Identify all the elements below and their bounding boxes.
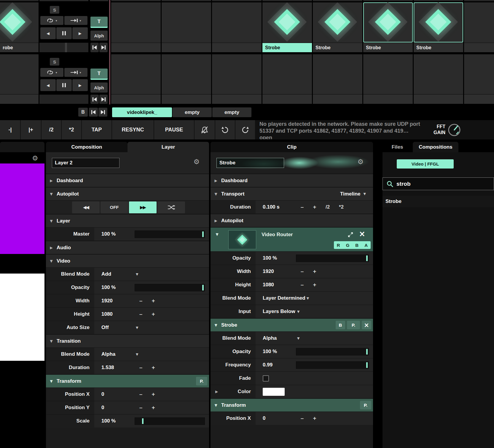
dropdown-arrow-icon[interactable]: ▼ (297, 336, 299, 340)
play-direction-button[interactable]: ▾ (64, 16, 87, 25)
transport-mode-select[interactable]: Timeline (340, 191, 361, 197)
layer-name-input[interactable] (52, 158, 119, 168)
solo-button[interactable]: S (50, 6, 59, 14)
undo-button[interactable] (215, 120, 235, 139)
decrement-button[interactable]: – (135, 404, 147, 411)
input-value[interactable]: Layers Below (263, 309, 296, 314)
close-icon[interactable]: × (359, 229, 365, 238)
preview-panel-tab[interactable] (0, 142, 44, 152)
clip-label[interactable]: Strobe (414, 42, 463, 52)
transition-button[interactable]: T (90, 17, 108, 28)
width-value[interactable]: 1920 (263, 269, 296, 274)
clip-cell-empty[interactable] (212, 54, 262, 104)
transition-duration-value[interactable]: 1.538 (101, 365, 135, 371)
dropdown-arrow-icon[interactable]: ▼ (297, 310, 299, 314)
clip-label-selected[interactable]: Strobe (262, 42, 312, 52)
pause-button[interactable] (56, 27, 72, 39)
position-x-value[interactable]: 0 (101, 391, 135, 397)
color-swatch[interactable] (263, 388, 285, 396)
skip-to-start-button[interactable] (90, 95, 99, 104)
skip-to-start-button[interactable] (89, 108, 98, 117)
skip-to-start-button[interactable] (90, 43, 99, 52)
clip-thumbnail[interactable] (313, 2, 362, 42)
tab-files[interactable]: Files (383, 142, 412, 152)
clip-cell-empty[interactable] (0, 54, 39, 104)
dropdown-arrow-icon[interactable]: ▼ (307, 296, 309, 300)
opacity-slider[interactable] (135, 284, 205, 291)
blend-mode-value[interactable]: Layer Determined (263, 295, 305, 301)
clip-cell-empty[interactable] (464, 54, 494, 104)
clip-thumbnail[interactable] (262, 2, 312, 42)
transform-params-button[interactable]: P. (360, 401, 371, 409)
clip-thumbnail-highlighted[interactable] (363, 2, 413, 42)
loop-mode-button[interactable]: ▾ (40, 68, 63, 77)
position-x-value[interactable]: 0 (263, 415, 296, 421)
clip-cell-empty[interactable] (464, 2, 494, 52)
section-autopilot[interactable]: ▶ Autopilot (211, 214, 373, 227)
autopilot-previous-button[interactable]: ◀◀ (72, 201, 100, 213)
skip-to-end-button[interactable] (99, 43, 108, 52)
section-transform[interactable]: ▼ Transform P. (211, 398, 373, 412)
increment-button[interactable]: + (147, 391, 160, 398)
increment-button[interactable]: + (147, 364, 160, 371)
channel-r-button[interactable]: R (334, 243, 343, 248)
section-dashboard[interactable]: ▶ Dashboard (46, 174, 209, 187)
strobe-opacity-value[interactable]: 100 % (263, 349, 296, 355)
section-video[interactable]: ▼ Video (46, 254, 209, 267)
skip-to-end-button[interactable] (98, 108, 107, 117)
frequency-slider[interactable] (296, 361, 369, 369)
increment-button[interactable]: + (308, 268, 321, 275)
clip-cell-strobe[interactable]: Strobe (313, 2, 362, 52)
increment-button[interactable]: + (147, 404, 160, 411)
search-result-item[interactable]: Strobe (383, 196, 494, 207)
alpha-blend-button[interactable]: Alph (90, 82, 108, 93)
master-value[interactable]: 100 % (101, 231, 135, 237)
clip-cell-empty[interactable] (414, 54, 463, 104)
clip-cell-empty[interactable] (363, 54, 413, 104)
gear-icon[interactable]: ⚙ (32, 155, 38, 162)
clip-label[interactable]: Strobe (313, 42, 362, 52)
tab-compositions[interactable]: Compositions (413, 142, 458, 152)
master-slider[interactable] (135, 231, 205, 238)
section-transition[interactable]: ▼ Transition (46, 334, 209, 347)
dropdown-arrow-icon[interactable]: ▼ (364, 192, 366, 196)
gear-icon[interactable]: ⚙ (193, 158, 200, 165)
duration-double-button[interactable]: *2 (334, 204, 348, 210)
decrement-button[interactable]: – (296, 415, 308, 422)
loop-mode-button[interactable]: ▾ (40, 16, 63, 25)
pause-all-button[interactable]: PAUSE (154, 120, 194, 139)
autopilot-off-button[interactable]: OFF (101, 201, 128, 213)
transition-blend-value[interactable]: Alpha (101, 351, 135, 357)
bpm-half-button[interactable]: /2 (42, 120, 61, 139)
skip-to-end-button[interactable] (99, 95, 108, 104)
solo-button[interactable]: S (50, 58, 59, 66)
clip-thumbnail-highlighted[interactable] (414, 2, 463, 42)
position-y-value[interactable]: 0 (101, 405, 135, 411)
clip-cell-empty[interactable] (212, 2, 262, 52)
decrement-button[interactable]: – (135, 391, 147, 398)
play-backwards-button[interactable]: ◀ (40, 79, 56, 91)
metronome-button[interactable] (195, 120, 215, 139)
alpha-blend-button[interactable]: Alph (90, 31, 108, 41)
increment-button[interactable]: + (308, 415, 321, 422)
deck-tab-active[interactable]: videoklipek_ (112, 107, 172, 117)
section-strobe-effect[interactable]: ▼ Strobe B P. × (211, 318, 373, 331)
section-transport[interactable]: ▼ Transport Timeline ▼ (211, 187, 373, 200)
increment-button[interactable]: + (308, 204, 321, 210)
transition-button[interactable]: T (90, 69, 108, 80)
channel-a-button[interactable]: A (361, 243, 371, 248)
decrement-button[interactable]: – (135, 311, 147, 317)
play-direction-button[interactable]: ▾ (64, 68, 87, 77)
clip-name-input[interactable] (216, 158, 284, 168)
channel-g-button[interactable]: G (343, 243, 353, 248)
play-forwards-button[interactable]: ▶ (72, 79, 88, 91)
increment-button[interactable]: + (308, 282, 321, 288)
transform-params-button[interactable]: P. (196, 377, 207, 385)
beat-snap-button[interactable]: B (78, 108, 88, 117)
resync-button[interactable]: RESYNC (112, 120, 154, 139)
clip-cell-strobe[interactable]: Strobe (414, 2, 463, 52)
height-value[interactable]: 1080 (101, 311, 135, 317)
opacity-value[interactable]: 100 % (263, 255, 296, 261)
deck-tab[interactable]: empty (173, 107, 212, 117)
increment-button[interactable]: + (147, 298, 160, 304)
